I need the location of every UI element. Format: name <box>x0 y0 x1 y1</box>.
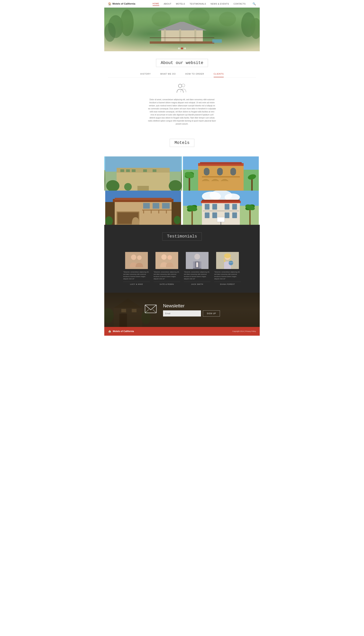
nav-about[interactable]: ABOUT <box>164 2 172 6</box>
nav-contacts[interactable]: CONTACTS <box>234 2 246 6</box>
motels-title: Motels <box>170 139 194 147</box>
hero-dot-3[interactable] <box>184 48 186 49</box>
envelope-icon <box>144 303 157 314</box>
svg-rect-71 <box>203 210 239 211</box>
search-button[interactable]: 🔍 <box>252 2 256 6</box>
hero-slider-dots <box>178 48 186 49</box>
testimonial-3-name: JACK SMITH <box>184 282 210 285</box>
nav-news-events[interactable]: NEWS & EVENTS <box>211 2 229 6</box>
motel-cell-2[interactable] <box>182 156 260 191</box>
svg-point-1 <box>120 10 134 36</box>
svg-rect-67 <box>205 213 210 218</box>
svg-point-8 <box>178 84 182 88</box>
svg-rect-32 <box>202 176 240 177</box>
svg-point-85 <box>168 255 172 260</box>
svg-rect-46 <box>152 203 159 209</box>
tab-clients[interactable]: CLIENTS <box>214 73 224 77</box>
svg-rect-66 <box>232 204 237 209</box>
header-logo[interactable]: 🏠 Motels of California <box>108 2 146 5</box>
svg-rect-65 <box>225 204 230 209</box>
testimonial-4-quote: "Wearnet, consectetuer adipiscing elit, … <box>214 271 241 280</box>
nav-home[interactable]: HOME <box>152 2 159 6</box>
testimonial-1-name: LUCY & MIKE <box>123 282 150 285</box>
search-icon: 🔍 <box>252 2 256 5</box>
svg-rect-30 <box>217 168 223 175</box>
footer-copyright: Copyright 2014 | Privacy Policy <box>232 330 256 332</box>
svg-rect-48 <box>142 209 172 210</box>
testimonial-photo-3 <box>186 252 208 269</box>
svg-rect-100 <box>121 309 126 312</box>
newsletter-content: Newsletter SIGN UP <box>144 303 220 317</box>
testimonial-4-image <box>216 252 239 269</box>
svg-rect-17 <box>132 169 136 172</box>
svg-point-94 <box>224 254 231 258</box>
testimonial-card-1: "Wearnet, consectetuer adipiscing elit, … <box>123 252 150 285</box>
testimonial-2-name: KATE & ROBIN <box>154 282 180 285</box>
svg-rect-64 <box>212 204 217 209</box>
svg-point-84 <box>161 254 167 260</box>
nav-testimonials[interactable]: TESTIMONIALS <box>190 2 206 6</box>
hero-dot-1[interactable] <box>178 48 180 49</box>
svg-point-81 <box>131 255 136 260</box>
svg-rect-99 <box>120 314 127 327</box>
testimonial-photo-4 <box>216 252 239 269</box>
testimonial-4-name: DIANA FOREST <box>214 282 241 285</box>
svg-rect-77 <box>249 208 251 225</box>
svg-rect-23 <box>138 186 149 191</box>
svg-rect-15 <box>120 169 124 172</box>
testimonials-section: Testimonials "Wearnet, consectetuer adip… <box>104 225 260 293</box>
svg-point-22 <box>124 183 132 191</box>
newsletter-signup-button[interactable]: SIGN UP <box>203 310 220 316</box>
about-title: About our website <box>156 59 208 67</box>
home-icon: 🏠 <box>108 2 111 5</box>
testimonial-1-quote: "Wearnet, consectetuer adipiscing elit, … <box>123 271 150 280</box>
svg-rect-52 <box>166 209 167 214</box>
svg-point-9 <box>182 84 185 87</box>
motel-cell-1[interactable] <box>104 156 182 191</box>
footer-home-icon: 🏠 <box>108 330 111 333</box>
tab-how-to-order[interactable]: HOW TO ORDER <box>185 73 204 77</box>
testimonial-3-quote: "Wearnet, consectetuer adipiscing elit, … <box>184 271 210 280</box>
svg-rect-62 <box>202 200 240 202</box>
about-section: About our website HISTORY WHAT WE DO HOW… <box>104 51 260 133</box>
hero-house <box>150 23 214 44</box>
tab-history[interactable]: HISTORY <box>140 73 151 77</box>
svg-rect-97 <box>114 308 142 327</box>
about-tabs: HISTORY WHAT WE DO HOW TO ORDER CLIENTS <box>108 73 256 77</box>
footer: 🏠 Motels of California Copyright 2014 | … <box>104 327 260 336</box>
svg-rect-63 <box>205 204 210 209</box>
svg-point-95 <box>229 261 233 265</box>
svg-rect-42 <box>115 198 172 200</box>
svg-line-106 <box>152 309 156 313</box>
hero-dot-2[interactable] <box>181 48 183 49</box>
people-icon <box>175 83 189 95</box>
tab-what-we-do[interactable]: WHAT WE DO <box>160 73 176 77</box>
svg-rect-70 <box>232 213 237 218</box>
testimonial-photo-2 <box>156 252 178 269</box>
motel-3-illustration <box>104 191 182 225</box>
motel-cell-4[interactable] <box>182 191 260 225</box>
svg-rect-69 <box>225 213 230 218</box>
motels-grid <box>104 156 260 225</box>
testimonial-card-2: "Wearnet, consectetuer adipiscing elit, … <box>154 252 180 285</box>
svg-rect-45 <box>143 203 150 209</box>
main-nav: HOME ABOUT MOTELS TESTIMONIALS NEWS & EV… <box>146 2 252 6</box>
svg-point-87 <box>194 254 200 260</box>
motel-cell-3[interactable] <box>104 191 182 225</box>
svg-rect-68 <box>212 213 217 218</box>
newsletter-email-input[interactable] <box>163 310 201 316</box>
nav-motels[interactable]: MOTELS <box>176 2 185 6</box>
newsletter-input-row: SIGN UP <box>163 310 220 316</box>
testimonial-3-image <box>186 252 208 269</box>
svg-rect-91 <box>196 262 198 267</box>
testimonials-title: Testimonials <box>162 232 202 241</box>
svg-rect-49 <box>143 209 144 214</box>
svg-rect-73 <box>220 222 221 225</box>
svg-rect-89 <box>193 261 195 268</box>
svg-rect-28 <box>200 162 242 164</box>
svg-point-2 <box>104 23 116 42</box>
testimonial-card-3: "Wearnet, consectetuer adipiscing elit, … <box>184 252 210 285</box>
svg-rect-90 <box>200 261 201 268</box>
clients-icon-wrapper <box>108 83 256 95</box>
svg-rect-29 <box>204 168 210 175</box>
